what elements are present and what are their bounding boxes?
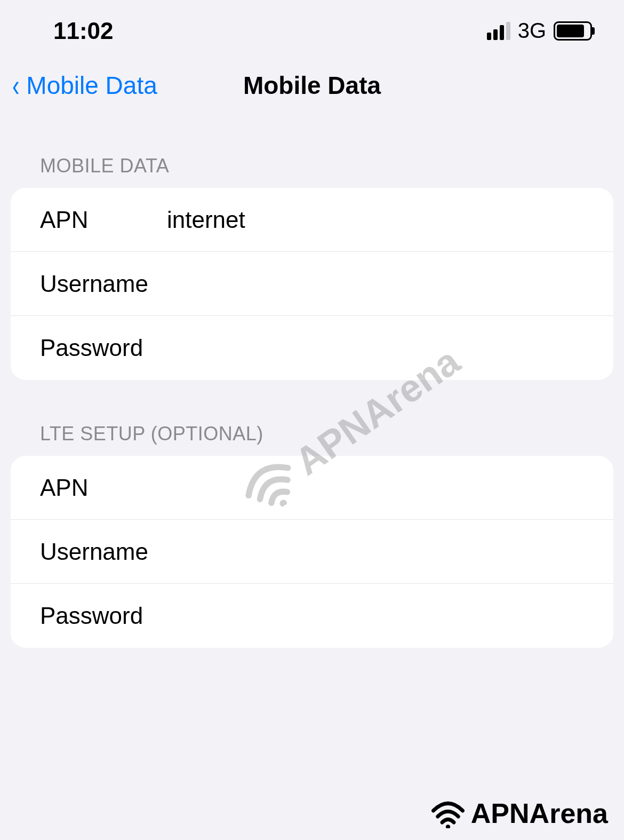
row-mobile-data-username[interactable]: Username: [11, 252, 613, 316]
input-lte-apn[interactable]: [167, 474, 613, 501]
label-apn: APN: [40, 207, 167, 233]
row-lte-password[interactable]: Password: [11, 584, 613, 648]
input-lte-username[interactable]: [167, 538, 613, 565]
status-time: 11:02: [53, 18, 114, 44]
section-header-lte-setup: LTE SETUP (OPTIONAL): [11, 412, 613, 456]
content-area: MOBILE DATA APN Username Password LTE SE…: [0, 117, 624, 648]
network-type-label: 3G: [518, 19, 546, 43]
row-mobile-data-password[interactable]: Password: [11, 316, 613, 380]
page-title: Mobile Data: [243, 71, 381, 100]
settings-group-lte-setup: APN Username Password: [11, 456, 613, 648]
back-button[interactable]: ‹ Mobile Data: [11, 70, 157, 101]
label-password: Password: [40, 335, 167, 361]
wifi-icon: [429, 799, 467, 828]
label-apn: APN: [40, 474, 167, 501]
input-mobile-data-username[interactable]: [167, 271, 613, 297]
row-mobile-data-apn[interactable]: APN: [11, 188, 613, 252]
input-mobile-data-apn[interactable]: [167, 207, 613, 233]
chevron-left-icon: ‹: [12, 70, 20, 101]
input-mobile-data-password[interactable]: [167, 335, 613, 361]
row-lte-apn[interactable]: APN: [11, 456, 613, 520]
watermark-text: APNArena: [471, 797, 608, 829]
back-button-label: Mobile Data: [26, 71, 157, 100]
navigation-bar: ‹ Mobile Data Mobile Data: [0, 53, 624, 117]
watermark-bottom: APNArena: [429, 797, 608, 829]
label-username: Username: [40, 271, 167, 297]
status-right: 3G: [487, 19, 592, 43]
input-lte-password[interactable]: [167, 603, 613, 629]
label-password: Password: [40, 603, 167, 629]
label-username: Username: [40, 538, 167, 565]
settings-group-mobile-data: APN Username Password: [11, 188, 613, 380]
signal-icon: [487, 22, 510, 40]
battery-icon: [554, 21, 592, 41]
svg-point-1: [446, 825, 450, 828]
row-lte-username[interactable]: Username: [11, 520, 613, 584]
status-bar: 11:02 3G: [0, 0, 624, 53]
section-header-mobile-data: MOBILE DATA: [11, 144, 613, 188]
